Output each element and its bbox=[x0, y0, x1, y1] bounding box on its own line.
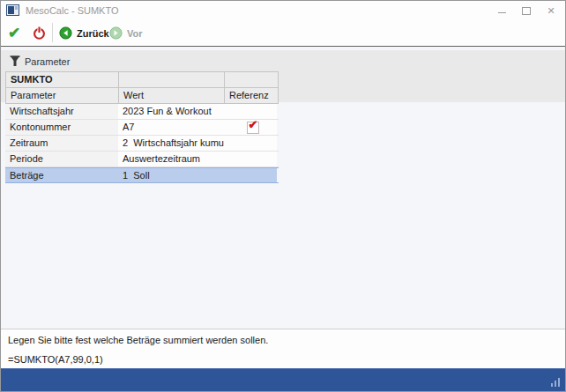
parameter-icon bbox=[10, 55, 20, 67]
table-row[interactable]: Wirtschaftsjahr 2023 Fun & Workout bbox=[5, 104, 279, 120]
row-wert-value[interactable]: A7 bbox=[118, 120, 224, 135]
row-param-label: Beträge bbox=[5, 168, 118, 182]
window-title: MesoCalc - SUMKTO bbox=[26, 5, 119, 16]
table-row[interactable]: Periode Auswertezeitraum bbox=[5, 152, 279, 167]
app-icon bbox=[6, 4, 19, 16]
row-param-label: Kontonummer bbox=[5, 120, 118, 135]
red-check-icon: ✔ bbox=[249, 120, 258, 130]
footer-panel: Legen Sie bitte fest welche Beträge summ… bbox=[1, 329, 565, 368]
referenz-checkbox[interactable]: ✔ bbox=[247, 122, 259, 134]
instruction-text: Legen Sie bitte fest welche Beträge summ… bbox=[8, 335, 268, 345]
parameter-table: SUMKTO Parameter Wert Referenz Wirtschaf… bbox=[5, 71, 279, 183]
resize-grip-icon[interactable] bbox=[551, 377, 561, 387]
minimize-button[interactable] bbox=[489, 1, 514, 20]
row-referenz-cell[interactable] bbox=[224, 152, 277, 166]
mesocalc-window: MesoCalc - SUMKTO ✕ ✔ Zurück bbox=[0, 0, 566, 392]
table-row[interactable]: Zeitraum 2 Wirtschaftsjahr kumuliert bbox=[5, 136, 279, 152]
table-header: SUMKTO Parameter Wert Referenz bbox=[5, 71, 279, 104]
title-bar: MesoCalc - SUMKTO ✕ bbox=[1, 1, 565, 20]
table-title: SUMKTO bbox=[6, 72, 119, 87]
row-param-label: Wirtschaftsjahr bbox=[5, 104, 118, 119]
parameter-group-label: Parameter bbox=[25, 56, 70, 67]
toolbar-separator bbox=[52, 23, 53, 42]
content-area: Parameter SUMKTO Parameter Wert Referenz… bbox=[1, 47, 565, 368]
table-title-row: SUMKTO bbox=[6, 72, 278, 87]
maximize-button[interactable] bbox=[514, 1, 539, 20]
column-header-referenz[interactable]: Referenz bbox=[225, 88, 278, 103]
row-referenz-cell[interactable]: ✔ bbox=[224, 120, 277, 135]
close-button[interactable]: ✕ bbox=[539, 1, 563, 20]
row-referenz-cell[interactable] bbox=[224, 168, 277, 182]
table-title-spacer bbox=[225, 72, 278, 87]
forward-button[interactable]: Vor bbox=[108, 23, 145, 43]
table-row-selected[interactable]: Beträge 1 Soll bbox=[5, 167, 279, 183]
back-button[interactable]: Zurück bbox=[57, 23, 111, 43]
window-controls: ✕ bbox=[489, 1, 563, 20]
column-header-wert[interactable]: Wert bbox=[119, 88, 225, 103]
table-title-spacer bbox=[119, 72, 225, 87]
back-button-label: Zurück bbox=[77, 28, 109, 39]
row-referenz-cell[interactable] bbox=[224, 136, 277, 151]
check-icon: ✔ bbox=[8, 26, 20, 41]
table-row[interactable]: Kontonummer A7 ✔ bbox=[5, 120, 279, 136]
row-wert-value[interactable]: Auswertezeitraum bbox=[118, 152, 224, 166]
row-referenz-cell[interactable] bbox=[224, 104, 277, 119]
row-param-label: Periode bbox=[5, 152, 118, 166]
maximize-icon bbox=[522, 7, 531, 15]
close-icon: ✕ bbox=[547, 5, 555, 17]
row-wert-value[interactable]: 2023 Fun & Workout bbox=[118, 104, 224, 119]
toolbar: ✔ Zurück Vor bbox=[1, 20, 565, 47]
minimize-icon bbox=[498, 12, 506, 13]
formula-preview: =SUMKTO(A7,99,0,1) bbox=[8, 354, 103, 365]
forward-icon bbox=[109, 26, 123, 40]
parameter-group-header: Parameter bbox=[10, 55, 70, 67]
status-bar bbox=[1, 368, 565, 391]
row-wert-value[interactable]: 1 Soll bbox=[118, 168, 224, 182]
ok-button[interactable]: ✔ bbox=[6, 23, 22, 43]
cancel-button[interactable] bbox=[30, 23, 48, 43]
table-column-headers: Parameter Wert Referenz bbox=[6, 87, 278, 103]
back-icon bbox=[59, 26, 72, 40]
power-icon bbox=[32, 26, 47, 41]
row-param-label: Zeitraum bbox=[5, 136, 118, 151]
row-wert-value[interactable]: 2 Wirtschaftsjahr kumuliert bbox=[118, 136, 224, 151]
table-body: Wirtschaftsjahr 2023 Fun & Workout Konto… bbox=[5, 104, 279, 183]
forward-button-label: Vor bbox=[127, 28, 143, 39]
column-header-parameter[interactable]: Parameter bbox=[6, 88, 119, 103]
